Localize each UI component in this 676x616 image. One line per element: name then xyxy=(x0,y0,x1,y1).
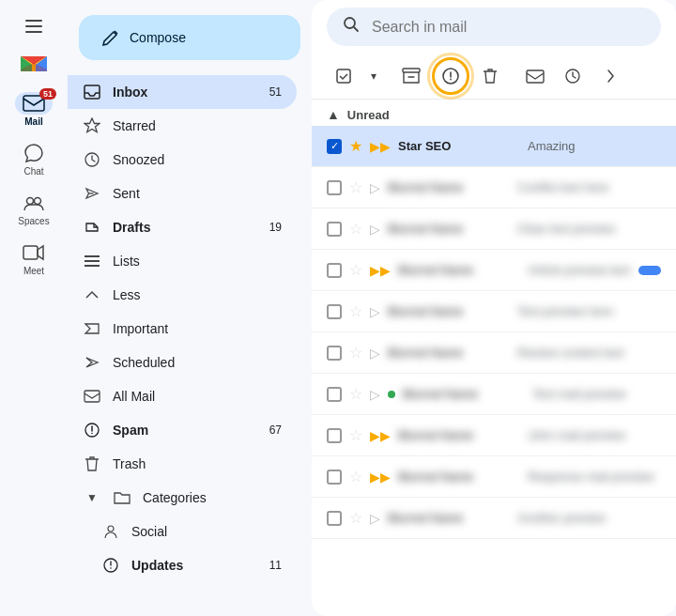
important-marker[interactable]: ▷ xyxy=(370,222,380,237)
snooze-button[interactable] xyxy=(556,59,590,93)
sidebar-item-snoozed[interactable]: Snoozed xyxy=(68,143,297,177)
email-checkbox[interactable]: ✓ xyxy=(327,139,342,154)
email-checkbox[interactable] xyxy=(327,222,342,237)
important-marker[interactable]: ▷ xyxy=(370,511,380,526)
compose-label: Compose xyxy=(130,30,186,45)
star-icon[interactable]: ☆ xyxy=(349,178,362,196)
svg-rect-1 xyxy=(25,25,42,27)
important-marker[interactable]: ▷ xyxy=(370,346,380,361)
star-icon[interactable]: ☆ xyxy=(349,385,362,403)
hamburger-button[interactable] xyxy=(15,8,53,45)
email-checkbox[interactable] xyxy=(327,387,342,402)
email-preview: Conflict text here xyxy=(517,180,661,194)
sidebar-item-allmail[interactable]: All Mail xyxy=(68,379,297,413)
nav-item-meet[interactable]: Meet xyxy=(0,236,68,282)
email-checkbox[interactable] xyxy=(327,304,342,319)
important-marker[interactable]: ▷ xyxy=(370,387,380,402)
star-icon[interactable]: ☆ xyxy=(349,261,362,279)
svg-point-16 xyxy=(108,526,114,531)
email-checkbox[interactable] xyxy=(327,180,342,195)
sidebar-item-drafts[interactable]: Drafts 19 xyxy=(68,210,297,244)
sidebar-item-updates[interactable]: Updates 11 xyxy=(68,548,297,582)
table-row[interactable]: ☆ ▷ Blurred Name Text mail preview xyxy=(312,374,676,415)
delete-button[interactable] xyxy=(473,59,507,93)
main-content: ▾ xyxy=(312,0,676,616)
table-row[interactable]: ✓ ★ ▶▶ Star SEO Amazing xyxy=(312,126,676,167)
email-checkbox[interactable] xyxy=(327,511,342,526)
select-dropdown-button[interactable]: ▾ xyxy=(364,59,383,93)
updates-icon xyxy=(101,556,120,575)
snoozed-icon xyxy=(83,150,101,169)
email-preview: Review content text xyxy=(517,346,661,360)
email-checkbox[interactable] xyxy=(327,263,342,278)
table-row[interactable]: ☆ ▷ Blurred Name Text preview here xyxy=(312,291,676,332)
email-preview: Text mail preview xyxy=(532,387,661,401)
sender-name: Blurred Name xyxy=(403,387,525,401)
sidebar: Compose Inbox 51 Starred Snoozed xyxy=(68,0,312,616)
sender-name: Star SEO xyxy=(398,139,520,153)
important-marker[interactable]: ▶▶ xyxy=(370,139,391,154)
important-marker[interactable]: ▷ xyxy=(370,304,380,319)
more-options-button[interactable] xyxy=(593,59,627,93)
sidebar-item-trash[interactable]: Trash xyxy=(68,447,297,481)
important-marker[interactable]: ▶▶ xyxy=(370,470,391,485)
scheduled-label: Scheduled xyxy=(113,355,282,370)
svg-rect-6 xyxy=(23,246,38,259)
nav-item-spaces[interactable]: Spaces xyxy=(0,186,68,232)
star-icon[interactable]: ★ xyxy=(349,137,362,155)
mark-read-button[interactable] xyxy=(518,59,552,93)
social-label: Social xyxy=(131,524,282,539)
nav-item-chat[interactable]: Chat xyxy=(0,136,68,182)
table-row[interactable]: ☆ ▶▶ Blurred Name Response mail preview xyxy=(312,456,676,498)
sidebar-item-inbox[interactable]: Inbox 51 xyxy=(68,75,297,109)
important-marker[interactable]: ▷ xyxy=(370,180,380,195)
archive-button[interactable] xyxy=(394,59,428,93)
search-icon xyxy=(342,15,361,38)
compose-button[interactable]: Compose xyxy=(79,15,300,60)
sidebar-item-less[interactable]: Less xyxy=(68,278,297,312)
star-icon[interactable]: ☆ xyxy=(349,220,362,238)
table-row[interactable]: ☆ ▶▶ Blurred Name Article preview text xyxy=(312,250,676,291)
sidebar-item-scheduled[interactable]: Scheduled xyxy=(68,346,297,379)
sidebar-item-starred[interactable]: Starred xyxy=(68,109,297,143)
table-row[interactable]: ☆ ▶▶ Blurred Name John mail preview xyxy=(312,415,676,456)
scheduled-icon xyxy=(83,353,101,372)
email-preview: John mail preview xyxy=(528,428,661,442)
table-row[interactable]: ☆ ▷ Blurred Name Conflict text here xyxy=(312,167,676,208)
spaces-icon-container xyxy=(15,192,53,214)
email-checkbox[interactable] xyxy=(327,346,342,361)
important-marker[interactable]: ▶▶ xyxy=(370,428,391,443)
table-row[interactable]: ☆ ▷ Blurred Name Another preview xyxy=(312,498,676,539)
spam-icon xyxy=(83,421,101,439)
star-icon[interactable]: ☆ xyxy=(349,344,362,362)
important-marker[interactable]: ▶▶ xyxy=(370,263,391,278)
collapse-section-icon[interactable]: ▲ xyxy=(327,107,340,122)
less-icon xyxy=(83,285,101,304)
email-checkbox[interactable] xyxy=(327,428,342,443)
sidebar-item-social[interactable]: Social xyxy=(68,515,297,548)
select-all-button[interactable] xyxy=(327,59,361,93)
sidebar-item-sent[interactable]: Sent xyxy=(68,177,297,210)
star-icon[interactable]: ☆ xyxy=(349,509,362,527)
search-bar[interactable] xyxy=(327,8,661,46)
sender-name: Blurred Name xyxy=(388,304,510,318)
table-row[interactable]: ☆ ▷ Blurred Name Review content text xyxy=(312,332,676,374)
sidebar-item-important[interactable]: Important xyxy=(68,312,297,346)
nav-item-mail[interactable]: 51 Mail xyxy=(0,86,68,132)
search-input[interactable] xyxy=(372,19,646,36)
sidebar-item-categories[interactable]: ▼ Categories xyxy=(68,481,297,515)
updates-count: 11 xyxy=(269,559,282,572)
svg-rect-7 xyxy=(84,85,100,99)
email-checkbox[interactable] xyxy=(327,470,342,485)
sidebar-item-lists[interactable]: Lists xyxy=(68,244,297,278)
trash-label: Trash xyxy=(113,456,282,471)
svg-rect-12 xyxy=(84,391,100,402)
star-icon[interactable]: ☆ xyxy=(349,468,362,485)
star-icon[interactable]: ☆ xyxy=(349,302,362,320)
report-spam-button[interactable] xyxy=(432,57,469,95)
table-row[interactable]: ☆ ▷ Blurred Name Clear text preview xyxy=(312,208,676,250)
important-label: Important xyxy=(113,321,282,336)
star-icon[interactable]: ☆ xyxy=(349,426,362,444)
sidebar-item-spam[interactable]: Spam 67 xyxy=(68,413,297,447)
inbox-label: Inbox xyxy=(113,85,258,100)
